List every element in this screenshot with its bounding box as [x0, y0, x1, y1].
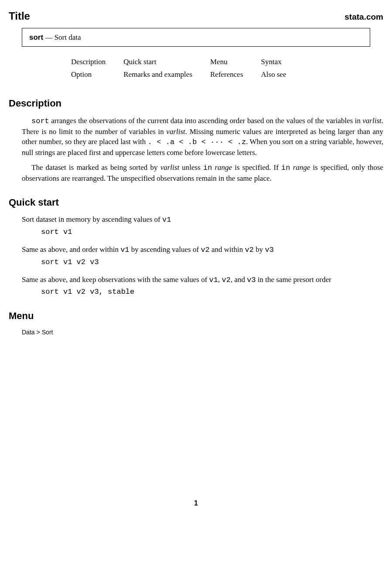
menu-path: Data>Sort	[22, 328, 383, 337]
quick-start-desc: Sort dataset in memory by ascending valu…	[22, 214, 383, 225]
toc-link-remarks[interactable]: Remarks and examples	[123, 70, 192, 79]
title-box: sort — Sort data	[22, 28, 370, 47]
quick-start-desc: Same as above, and keep observations wit…	[22, 275, 383, 285]
section-heading-quick-start: Quick start	[9, 196, 383, 210]
quick-start-desc: Same as above, and order within v1 by as…	[22, 244, 383, 255]
chevron-right-icon: >	[35, 329, 42, 336]
section-heading-description: Description	[9, 97, 383, 110]
quick-start-code: sort v1	[41, 227, 383, 237]
page-title: Title	[9, 9, 30, 24]
toc-link-description[interactable]: Description	[71, 58, 106, 66]
section-heading-menu: Menu	[9, 309, 383, 323]
command-short-desc: Sort data	[55, 33, 81, 41]
description-body: sort arranges the observations of the cu…	[22, 116, 383, 184]
quick-start-code: sort v1 v2 v3, stable	[41, 287, 383, 297]
table-of-contents: Description Quick start Menu Syntax Opti…	[70, 55, 383, 82]
menu-path-item: Data	[22, 329, 35, 336]
quick-start-body: Sort dataset in memory by ascending valu…	[22, 214, 383, 297]
menu-path-item: Sort	[42, 329, 53, 336]
brand-link[interactable]: stata.com	[344, 11, 383, 23]
quick-start-item: Sort dataset in memory by ascending valu…	[22, 214, 383, 237]
quick-start-code: sort v1 v2 v3	[41, 257, 383, 268]
command-name: sort	[29, 33, 43, 41]
toc-link-quick-start[interactable]: Quick start	[123, 58, 156, 66]
title-separator: —	[43, 33, 55, 41]
toc-link-syntax[interactable]: Syntax	[261, 58, 282, 66]
toc-link-option[interactable]: Option	[71, 70, 92, 79]
header: Title stata.com	[9, 9, 383, 24]
quick-start-item: Same as above, and order within v1 by as…	[22, 244, 383, 268]
description-para-1: sort arranges the observations of the cu…	[22, 116, 383, 158]
toc-link-references[interactable]: References	[210, 70, 243, 79]
toc-link-also-see[interactable]: Also see	[261, 70, 286, 79]
toc-link-menu[interactable]: Menu	[210, 58, 228, 66]
page-number: 1	[9, 498, 383, 508]
description-para-2: The dataset is marked as being sorted by…	[22, 162, 383, 184]
quick-start-item: Same as above, and keep observations wit…	[22, 275, 383, 298]
